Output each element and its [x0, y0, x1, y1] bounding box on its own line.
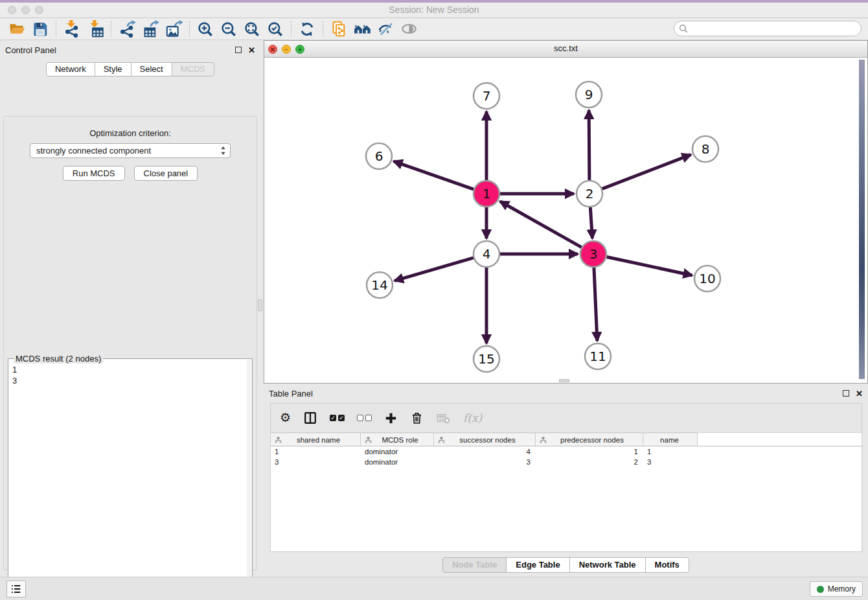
column-header-mcds-role[interactable]: MCDS role	[361, 433, 434, 446]
graph-edge-3-11[interactable]	[594, 268, 597, 341]
tab-style[interactable]: Style	[95, 62, 131, 76]
import-table-button[interactable]	[84, 19, 107, 39]
stepper-arrows-icon	[220, 146, 226, 156]
import-network-button[interactable]	[60, 19, 84, 39]
float-panel-icon[interactable]	[235, 47, 242, 53]
column-header-predecessor-nodes[interactable]: predecessor nodes	[536, 433, 643, 446]
svg-text:10: 10	[699, 271, 715, 286]
run-mcds-button[interactable]: Run MCDS	[63, 166, 125, 181]
svg-text:14: 14	[371, 277, 387, 293]
table-row[interactable]: 1 dominator 4 1 1	[271, 446, 862, 457]
graph-edge-1-6[interactable]	[394, 161, 474, 189]
graph-node-11[interactable]: 11	[585, 343, 611, 369]
column-header-successor-nodes[interactable]: successor nodes	[434, 433, 536, 446]
graph-node-1[interactable]: 1	[474, 181, 499, 207]
window-title: Session: New Session	[0, 5, 868, 15]
graph-node-7[interactable]: 7	[474, 83, 499, 109]
select-all-rows-button[interactable]: ✓✓	[330, 415, 345, 421]
save-session-button[interactable]	[29, 19, 52, 39]
tab-edge-table[interactable]: Edge Table	[506, 557, 569, 573]
mcds-result-title: MCDS result (2 nodes)	[14, 354, 103, 363]
canvas-bottom-scroll-handle[interactable]	[559, 379, 569, 382]
task-list-icon	[10, 583, 23, 595]
graph-node-14[interactable]: 14	[367, 272, 393, 298]
table-settings-gear-icon[interactable]: ⚙	[280, 411, 291, 424]
canvas-side-scrollbar[interactable]	[859, 60, 865, 379]
zoom-in-button[interactable]	[194, 19, 217, 39]
search-input[interactable]	[691, 24, 861, 33]
graph-node-8[interactable]: 8	[692, 136, 718, 162]
tab-node-table[interactable]: Node Table	[442, 557, 507, 573]
panel-splitter-handle[interactable]	[258, 299, 262, 311]
graph-node-10[interactable]: 10	[694, 266, 720, 292]
table-panel-title: Table Panel	[269, 389, 843, 398]
graph-node-2[interactable]: 2	[577, 181, 602, 207]
tab-motifs[interactable]: Motifs	[645, 557, 689, 573]
tab-network[interactable]: Network	[46, 62, 95, 76]
export-network-button[interactable]	[115, 19, 139, 39]
graph-node-3[interactable]: 3	[580, 241, 606, 267]
toolbar-separator	[323, 21, 323, 37]
optimization-criterion-select[interactable]: strongly connected component	[30, 143, 231, 158]
add-column-button[interactable]	[384, 411, 398, 425]
graph-edge-2-8[interactable]	[602, 155, 691, 189]
refresh-icon	[299, 21, 315, 38]
zoom-fit-button[interactable]	[240, 19, 264, 39]
status-bar: Memory	[0, 577, 868, 600]
table-row[interactable]: 3 dominator 3 2 3	[271, 457, 862, 467]
tab-mcds[interactable]: MCDS	[172, 62, 214, 76]
zoom-out-button[interactable]	[217, 19, 240, 39]
hide-selected-button[interactable]	[374, 19, 397, 39]
svg-text:11: 11	[589, 349, 606, 364]
column-header-shared-name[interactable]: shared name	[271, 433, 361, 446]
memory-status-dot	[817, 586, 824, 593]
search-field[interactable]	[674, 21, 862, 36]
graph-edge-4-14[interactable]	[394, 258, 474, 281]
clone-network-button[interactable]	[327, 19, 350, 39]
task-history-button[interactable]	[6, 581, 26, 597]
cell-predecessor-nodes: 1	[536, 448, 643, 456]
graph-edge-2-3[interactable]	[590, 207, 592, 238]
memory-button[interactable]: Memory	[810, 581, 863, 597]
graph-edge-3-10[interactable]	[607, 257, 692, 275]
column-tree-icon	[365, 437, 372, 443]
apply-layout-button[interactable]	[295, 19, 319, 39]
delete-column-button[interactable]	[410, 411, 424, 425]
control-panel: Control Panel ✕ Network Style Select MCD…	[0, 40, 260, 577]
graph-node-6[interactable]: 6	[366, 143, 392, 169]
show-hidden-button[interactable]	[397, 19, 420, 39]
clone-network-icon	[330, 20, 348, 38]
eye-icon	[400, 20, 418, 38]
network-canvas[interactable]: 7968124314101511	[264, 58, 867, 383]
select-columns-button[interactable]	[303, 411, 317, 425]
graph-node-4[interactable]: 4	[474, 241, 499, 267]
network-graph[interactable]: 7968124314101511	[264, 58, 867, 383]
open-session-button[interactable]	[5, 19, 29, 39]
svg-text:9: 9	[585, 87, 593, 102]
close-table-panel-icon[interactable]: ✕	[856, 389, 863, 398]
column-header-name[interactable]: name	[643, 433, 698, 446]
tab-network-table[interactable]: Network Table	[569, 557, 646, 573]
svg-text:6: 6	[375, 148, 383, 164]
graph-node-15[interactable]: 15	[474, 346, 499, 372]
export-image-button[interactable]	[162, 19, 185, 39]
tab-select[interactable]: Select	[131, 62, 172, 76]
mcds-result-item: 1	[12, 364, 251, 375]
result-scrollbar[interactable]	[247, 360, 251, 600]
home-overview-button[interactable]	[350, 19, 374, 39]
svg-text:2: 2	[586, 186, 594, 202]
cell-mcds-role: dominator	[361, 448, 434, 456]
graph-node-9[interactable]: 9	[576, 82, 602, 108]
close-panel-icon[interactable]: ✕	[248, 45, 255, 55]
optimization-criterion-label: Optimization criterion:	[4, 128, 257, 138]
export-table-button[interactable]	[139, 19, 162, 39]
close-panel-button[interactable]: Close panel	[134, 166, 198, 181]
node-table-container: ⚙ ✓✓	[270, 403, 862, 552]
deselect-all-rows-button[interactable]	[357, 415, 372, 421]
graph-edge-2-9[interactable]	[589, 110, 589, 180]
zoom-selected-button[interactable]	[264, 19, 287, 39]
graph-edge-3-1[interactable]	[500, 202, 582, 248]
float-table-panel-icon[interactable]	[843, 390, 849, 397]
network-window-titlebar[interactable]: ✕ − + scc.txt	[264, 41, 867, 58]
cell-mcds-role: dominator	[361, 458, 434, 466]
